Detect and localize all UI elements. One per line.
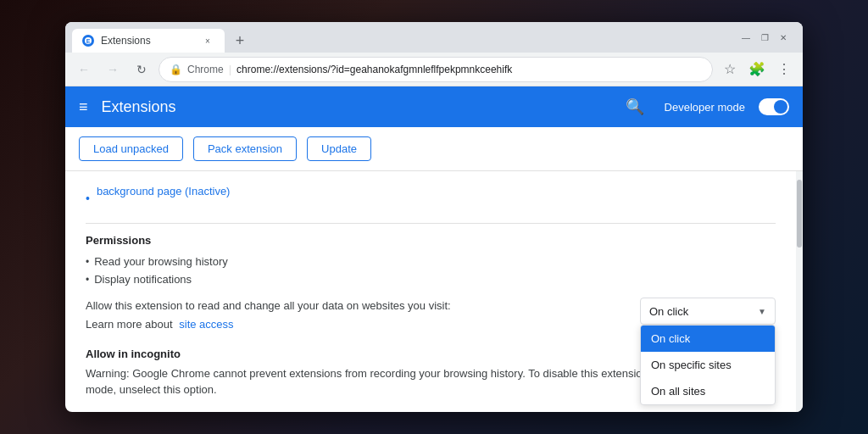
allow-section: Allow this extension to read and change … [86,298,776,331]
site-access-dropdown-container: On click ▼ On click On specific sites On… [640,298,776,325]
new-tab-button[interactable]: + [228,29,252,53]
dropdown-option-on-all-sites[interactable]: On all sites [641,378,775,404]
permissions-title: Permissions [86,234,776,247]
tab-close-button[interactable]: × [201,34,214,47]
dropdown-arrow-icon: ▼ [758,307,766,316]
perm-bullet-1: • [86,256,89,268]
search-button[interactable]: 🔍 [626,97,644,116]
tab-favicon: E [82,35,94,47]
browser-window: E Extensions × + — ❐ ✕ ← → ↻ 🔒 Chrome | … [65,22,803,412]
menu-button[interactable]: ⋮ [772,58,796,81]
background-page-link[interactable]: background page (Inactive) [97,185,231,198]
permission-item-2: • Display notifications [86,273,776,286]
dev-mode-label: Developer mode [665,101,745,114]
permission-item-1: • Read your browsing history [86,255,776,268]
lock-icon: 🔒 [170,64,182,75]
forward-button[interactable]: → [101,58,125,81]
site-access-link[interactable]: site access [179,318,233,331]
developer-mode-toggle[interactable] [759,98,789,115]
bookmark-button[interactable]: ☆ [718,58,742,81]
tab-area: E Extensions × + [72,22,730,53]
divider [86,223,776,224]
url-bar[interactable]: 🔒 Chrome | chrome://extensions/?id=geaha… [159,57,713,82]
content-area: • background page (Inactive) Permissions… [65,171,803,412]
bg-page-bullet: • [86,192,90,205]
address-bar: ← → ↻ 🔒 Chrome | chrome://extensions/?id… [65,53,803,86]
learn-more-text: Learn more about [86,318,173,331]
svg-text:E: E [86,38,91,44]
maximize-button[interactable]: ❐ [759,31,771,43]
dropdown-menu: On click On specific sites On all sites [640,325,776,405]
url-divider: | [229,63,231,75]
window-controls: — ❐ ✕ [733,31,796,43]
active-tab[interactable]: E Extensions × [72,29,225,53]
refresh-button[interactable]: ↻ [130,58,153,81]
perm-text-1: Read your browsing history [94,255,228,268]
extensions-header: ≡ Extensions 🔍 Developer mode [65,86,803,127]
pack-extension-button[interactable]: Pack extension [193,136,297,161]
minimize-button[interactable]: — [740,31,752,43]
chrome-label: Chrome [187,64,224,75]
allow-text: Allow this extension to read and change … [86,298,630,314]
extensions-button[interactable]: 🧩 [745,58,769,81]
tab-label: Extensions [101,35,194,47]
close-button[interactable]: ✕ [777,31,789,43]
url-text: chrome://extensions/?id=geahanokafgmnlef… [236,64,512,75]
perm-text-2: Display notifications [94,273,192,286]
dropdown-option-on-click[interactable]: On click [641,326,775,352]
hamburger-icon[interactable]: ≡ [79,98,88,116]
perm-bullet-2: • [86,274,89,286]
address-actions: ☆ 🧩 ⋮ [718,58,796,81]
load-unpacked-button[interactable]: Load unpacked [79,136,183,161]
scrollbar[interactable] [796,171,803,412]
extensions-title: Extensions [102,98,176,116]
site-access-text: Learn more about site access [86,318,630,331]
scrollbar-thumb[interactable] [797,180,802,248]
extensions-toolbar: Load unpacked Pack extension Update [65,127,803,171]
main-content: • background page (Inactive) Permissions… [65,171,796,412]
update-button[interactable]: Update [307,136,371,161]
dropdown-option-on-specific-sites[interactable]: On specific sites [641,352,775,378]
toggle-knob [774,100,787,114]
dropdown-value: On click [649,305,688,318]
site-access-dropdown[interactable]: On click ▼ [640,298,776,325]
back-button[interactable]: ← [72,58,96,81]
title-bar: E Extensions × + — ❐ ✕ [65,22,803,53]
